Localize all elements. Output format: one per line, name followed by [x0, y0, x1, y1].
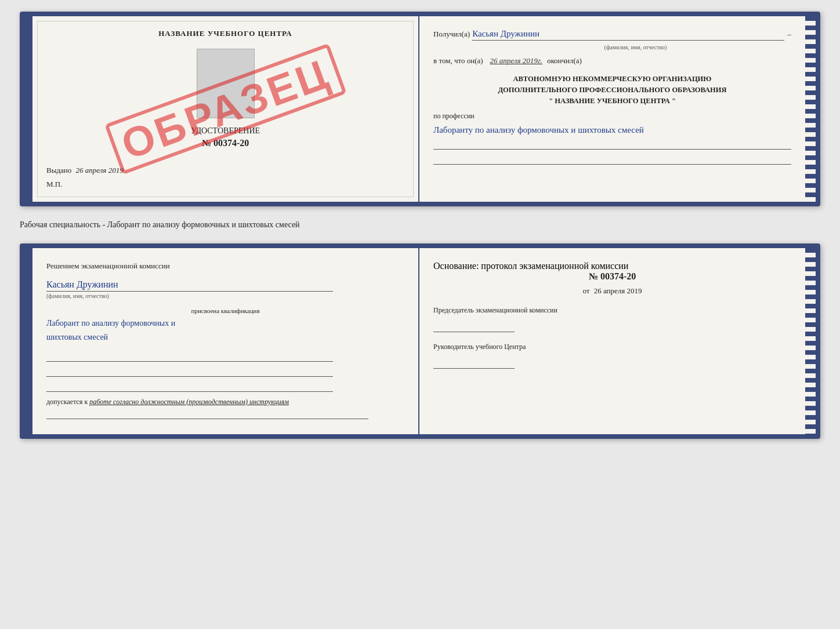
top-booklet: НАЗВАНИЕ УЧЕБНОГО ЦЕНТРА УДОСТОВЕРЕНИЕ №… — [20, 12, 820, 206]
qualification-label: присвоена квалификация — [46, 307, 404, 314]
po-professii-label: по профессии — [433, 112, 791, 121]
blank-line-3 — [46, 379, 333, 392]
protocol-date: от 26 апреля 2019 — [433, 286, 791, 296]
specialty-text: Рабочая специальность - Лаборант по анал… — [20, 217, 820, 233]
predsedatel-block: Председатель экзаменационной комиссии — [433, 306, 791, 332]
person-name-block: Касьян Дружинин — [46, 279, 404, 293]
vtom-label: в том, что он(а) — [433, 56, 483, 66]
vydano-label: Выдано — [46, 166, 71, 174]
predsedatel-label: Председатель экзаменационной комиссии — [433, 306, 791, 315]
cert-vydano: Выдано 26 апреля 2019 — [46, 166, 404, 175]
bottom-right-edge — [805, 248, 816, 434]
poluchil-line: Получил(а) Касьян Дружинин – — [433, 29, 791, 41]
ot-label: от — [582, 286, 589, 295]
vydano-date: 26 апреля 2019 — [76, 166, 124, 174]
qualification-text: Лаборант по анализу формовочных и шихтов… — [46, 317, 404, 344]
org-line3: " НАЗВАНИЕ УЧЕБНОГО ЦЕНТРА " — [433, 96, 791, 107]
rukovoditel-block: Руководитель учебного Центра — [433, 343, 791, 369]
blank-line-2 — [46, 364, 333, 377]
rukovoditel-label: Руководитель учебного Центра — [433, 343, 791, 351]
booklet-left-top: НАЗВАНИЕ УЧЕБНОГО ЦЕНТРА УДОСТОВЕРЕНИЕ №… — [32, 16, 419, 202]
blank-line-4 — [46, 406, 368, 419]
cert-number: № 00374-20 — [46, 138, 404, 148]
rukovoditel-signature-line — [433, 356, 515, 369]
dopuskaetsya-text: работе согласно должностным (производств… — [89, 398, 289, 406]
org-line1: АВТОНОМНУЮ НЕКОММЕРЧЕСКУЮ ОРГАНИЗАЦИЮ — [433, 74, 791, 85]
blank-lines-left — [46, 349, 404, 392]
cert-mp: М.П. — [46, 180, 404, 189]
fio-sub-top: (фамилия, имя, отчество) — [480, 44, 791, 50]
right-edge-top — [805, 16, 816, 202]
dopuskaetsya-label: допускается к — [46, 398, 88, 406]
bottom-right: Основание: протокол экзаменационной коми… — [419, 248, 805, 434]
vtom-line: в том, что он(а) 26 апреля 2019г. окончи… — [433, 56, 791, 66]
dash1: – — [788, 30, 792, 39]
osnovanie-label: Основание: протокол экзаменационной коми… — [433, 261, 791, 271]
underline1 — [433, 137, 791, 150]
person-name: Касьян Дружинин — [46, 279, 333, 292]
booklet-spine-top — [24, 16, 32, 202]
org-block: АВТОНОМНУЮ НЕКОММЕРЧЕСКУЮ ОРГАНИЗАЦИЮ ДО… — [433, 74, 791, 106]
bottom-spine — [24, 248, 32, 434]
predsedatel-signature-line — [433, 319, 515, 332]
underline2 — [433, 152, 791, 165]
page-container: НАЗВАНИЕ УЧЕБНОГО ЦЕНТРА УДОСТОВЕРЕНИЕ №… — [20, 12, 820, 439]
cert-photo — [197, 49, 255, 118]
dopuskaetsya-block: допускается к работе согласно должностны… — [46, 398, 404, 406]
poluchil-label: Получил(а) — [433, 30, 470, 39]
cert-title: НАЗВАНИЕ УЧЕБНОГО ЦЕНТРА — [46, 29, 404, 38]
bottom-booklet: Решением экзаменационной комиссии Касьян… — [20, 243, 820, 439]
cert-udostoverenie-label: УДОСТОВЕРЕНИЕ — [46, 126, 404, 136]
profession-text: Лаборанту по анализу формовочных и шихто… — [433, 123, 791, 137]
okonchil-label: окончил(а) — [547, 56, 582, 66]
booklet-right-top: Получил(а) Касьян Дружинин – (фамилия, и… — [419, 16, 805, 202]
bottom-left: Решением экзаменационной комиссии Касьян… — [32, 248, 419, 434]
section-title: Решением экзаменационной комиссии — [46, 261, 404, 271]
fio-sub-bottom: (фамилия, имя, отчество) — [46, 293, 404, 299]
org-line2: ДОПОЛНИТЕЛЬНОГО ПРОФЕССИОНАЛЬНОГО ОБРАЗО… — [433, 85, 791, 96]
vtom-date: 26 апреля 2019г. — [490, 56, 542, 66]
ot-date: 26 апреля 2019 — [594, 286, 642, 295]
poluchil-name: Касьян Дружинин — [472, 29, 784, 41]
blank-line-1 — [46, 349, 333, 362]
protocol-number: № 00374-20 — [433, 271, 791, 282]
